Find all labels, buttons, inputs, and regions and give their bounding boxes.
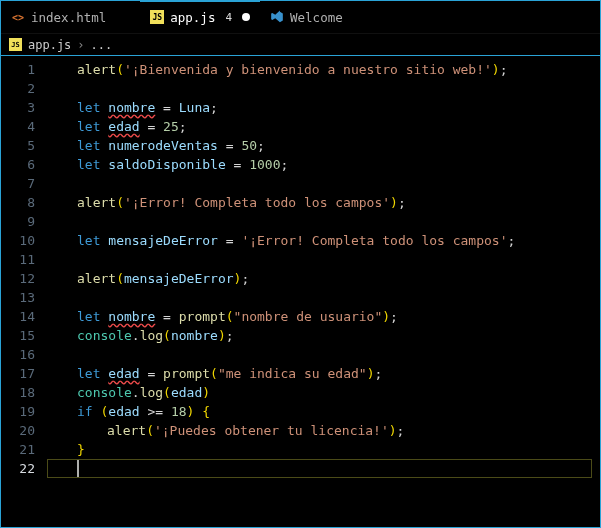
line-number: 20 xyxy=(1,421,35,440)
token-p: ) xyxy=(390,195,398,210)
code-line[interactable] xyxy=(47,288,600,307)
token-k: let xyxy=(77,119,108,134)
token-op: ; xyxy=(398,195,406,210)
code-line[interactable]: alert('¡Puedes obtener tu licencia!'); xyxy=(47,421,600,440)
token-fn: alert xyxy=(77,62,116,77)
token-fn: log xyxy=(140,385,163,400)
tab-label: index.html xyxy=(31,10,106,25)
token-k: let xyxy=(77,100,108,115)
token-p: ( xyxy=(210,366,218,381)
text-cursor xyxy=(77,460,79,477)
line-number: 22 xyxy=(1,459,35,478)
dirty-indicator-icon xyxy=(242,13,250,21)
vscode-icon xyxy=(270,10,284,24)
token-op: ; xyxy=(210,100,218,115)
token-v: nombre xyxy=(171,328,218,343)
token-op: . xyxy=(132,385,140,400)
token-op: ; xyxy=(374,366,382,381)
token-s: '¡Error! Completa todo los campos' xyxy=(241,233,507,248)
token-v: edad xyxy=(108,404,139,419)
token-k: let xyxy=(77,138,108,153)
token-v: Luna xyxy=(179,100,210,115)
code-line[interactable]: console.log(nombre); xyxy=(47,326,600,345)
token-s: '¡Bienvenida y bienvenido a nuestro siti… xyxy=(124,62,492,77)
tab-index-html[interactable]: <> index.html xyxy=(1,1,140,33)
line-number: 2 xyxy=(1,79,35,98)
token-fn: prompt xyxy=(163,366,210,381)
line-number: 4 xyxy=(1,117,35,136)
token-s: "nombre de usuario" xyxy=(234,309,383,324)
code-line[interactable]: let mensajeDeError = '¡Error! Completa t… xyxy=(47,231,600,250)
code-line[interactable]: alert(mensajeDeError); xyxy=(47,269,600,288)
code-line[interactable] xyxy=(47,459,600,478)
code-line[interactable]: let nombre = Luna; xyxy=(47,98,600,117)
line-number: 14 xyxy=(1,307,35,326)
line-number: 18 xyxy=(1,383,35,402)
token-k: let xyxy=(77,309,108,324)
token-obj: console xyxy=(77,385,132,400)
code-line[interactable] xyxy=(47,345,600,364)
code-line[interactable]: let edad = 25; xyxy=(47,117,600,136)
token-n: 50 xyxy=(241,138,257,153)
html5-icon: <> xyxy=(11,10,25,24)
code-line[interactable]: if (edad >= 18) { xyxy=(47,402,600,421)
token-op: = xyxy=(226,157,249,172)
code-line[interactable]: console.log(edad) xyxy=(47,383,600,402)
breadcrumb[interactable]: JS app.js › ... xyxy=(1,34,600,56)
token-op: ; xyxy=(281,157,289,172)
token-op: = xyxy=(155,100,178,115)
code-line[interactable]: let nombre = prompt("nombre de usuario")… xyxy=(47,307,600,326)
code-line[interactable]: alert('¡Error! Completa todo los campos'… xyxy=(47,193,600,212)
token-n: 25 xyxy=(163,119,179,134)
token-v: saldoDisponible xyxy=(108,157,225,172)
code-line[interactable] xyxy=(47,79,600,98)
token-p: ( xyxy=(116,195,124,210)
token-p: ( xyxy=(163,385,171,400)
token-op: = xyxy=(140,366,163,381)
token-op: = xyxy=(218,138,241,153)
tab-welcome[interactable]: Welcome xyxy=(260,1,377,33)
code-line[interactable]: let edad = prompt("me indica su edad"); xyxy=(47,364,600,383)
code-editor[interactable]: 12345678910111213141516171819202122 aler… xyxy=(1,56,600,527)
token-op: >= xyxy=(140,404,171,419)
code-line[interactable]: let saldoDisponible = 1000; xyxy=(47,155,600,174)
token-v: edad xyxy=(108,366,139,381)
token-op: = xyxy=(155,309,178,324)
code-line[interactable] xyxy=(47,212,600,231)
code-line[interactable]: let numerodeVentas = 50; xyxy=(47,136,600,155)
token-n: 18 xyxy=(171,404,187,419)
code-line[interactable] xyxy=(47,250,600,269)
code-line[interactable] xyxy=(47,174,600,193)
line-number: 9 xyxy=(1,212,35,231)
js-icon: JS xyxy=(9,38,22,51)
token-fn: alert xyxy=(77,271,116,286)
code-line[interactable]: alert('¡Bienvenida y bienvenido a nuestr… xyxy=(47,60,600,79)
tab-app-js[interactable]: JS app.js 4 xyxy=(140,1,260,33)
token-s: '¡Error! Completa todo los campos' xyxy=(124,195,390,210)
token-op: ; xyxy=(226,328,234,343)
token-k: let xyxy=(77,233,108,248)
token-op: ; xyxy=(500,62,508,77)
token-s: '¡Puedes obtener tu licencia!' xyxy=(154,423,389,438)
token-p: ) xyxy=(202,385,210,400)
line-number: 7 xyxy=(1,174,35,193)
token-op: ; xyxy=(241,271,249,286)
token-op: = xyxy=(218,233,241,248)
token-k: if xyxy=(77,404,93,419)
token-v: edad xyxy=(108,119,139,134)
code-line[interactable]: } xyxy=(47,440,600,459)
token-p: ) xyxy=(218,328,226,343)
line-number: 11 xyxy=(1,250,35,269)
line-number: 19 xyxy=(1,402,35,421)
line-number: 16 xyxy=(1,345,35,364)
token-op: ; xyxy=(397,423,405,438)
tab-bar: <> index.html JS app.js 4 Welcome xyxy=(1,1,600,34)
token-p: ( xyxy=(116,62,124,77)
tab-label: Welcome xyxy=(290,10,343,25)
code-area[interactable]: alert('¡Bienvenida y bienvenido a nuestr… xyxy=(47,56,600,527)
token-op: ; xyxy=(507,233,515,248)
line-number: 6 xyxy=(1,155,35,174)
line-number: 12 xyxy=(1,269,35,288)
chevron-right-icon: › xyxy=(77,38,84,52)
token-s: "me indica su edad" xyxy=(218,366,367,381)
